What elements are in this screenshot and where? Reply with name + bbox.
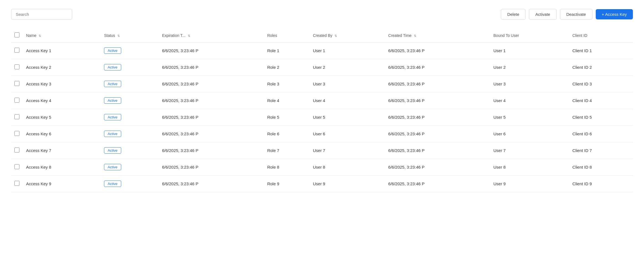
cell-status: Active: [101, 109, 159, 126]
cell-name: Access Key 2: [23, 59, 101, 76]
page-container: Delete Activate Deactivate + Access Key …: [0, 0, 644, 201]
column-header-status[interactable]: Status ⇅: [101, 29, 159, 42]
row-checkbox-cell[interactable]: [11, 126, 23, 142]
add-access-key-button[interactable]: + Access Key: [596, 9, 633, 19]
row-checkbox-6[interactable]: [14, 131, 19, 136]
table-row: Access Key 1Active6/6/2025, 3:23:46 PRol…: [11, 42, 633, 59]
cell-bound-to-user: User 1: [490, 42, 569, 59]
cell-client-id: Client ID 5: [569, 109, 633, 126]
cell-client-id: Client ID 7: [569, 142, 633, 159]
cell-expiration: 6/6/2025, 3:23:46 P: [159, 109, 264, 126]
row-checkbox-cell[interactable]: [11, 109, 23, 126]
cell-expiration: 6/6/2025, 3:23:46 P: [159, 176, 264, 192]
cell-roles: Role 8: [264, 159, 310, 176]
sort-icon-created-by: ⇅: [334, 34, 337, 38]
cell-client-id: Client ID 3: [569, 76, 633, 92]
cell-created-by: User 7: [310, 142, 385, 159]
cell-roles: Role 1: [264, 42, 310, 59]
sort-icon-name: ⇅: [39, 34, 41, 38]
deactivate-button[interactable]: Deactivate: [560, 9, 592, 20]
activate-button[interactable]: Activate: [529, 9, 556, 20]
column-header-created-time[interactable]: Created Time ⇅: [385, 29, 490, 42]
table-body: Access Key 1Active6/6/2025, 3:23:46 PRol…: [11, 42, 633, 192]
status-badge: Active: [104, 181, 121, 187]
row-checkbox-7[interactable]: [14, 148, 19, 153]
column-header-created-by[interactable]: Created By ⇅: [310, 29, 385, 42]
status-badge: Active: [104, 64, 121, 70]
table-row: Access Key 8Active6/6/2025, 3:23:46 PRol…: [11, 159, 633, 176]
cell-created-by: User 9: [310, 176, 385, 192]
row-checkbox-2[interactable]: [14, 64, 19, 69]
access-keys-table: Name ⇅ Status ⇅ Expiration T... ⇅ Roles …: [11, 29, 633, 192]
column-header-expiration[interactable]: Expiration T... ⇅: [159, 29, 264, 42]
select-all-cell[interactable]: [11, 29, 23, 42]
row-checkbox-5[interactable]: [14, 114, 19, 119]
row-checkbox-1[interactable]: [14, 48, 19, 53]
cell-created-time: 6/6/2025, 3:23:46 P: [385, 42, 490, 59]
column-header-client-id: Client ID: [569, 29, 633, 42]
cell-client-id: Client ID 6: [569, 126, 633, 142]
cell-created-time: 6/6/2025, 3:23:46 P: [385, 59, 490, 76]
status-badge: Active: [104, 81, 121, 87]
cell-bound-to-user: User 6: [490, 126, 569, 142]
cell-roles: Role 3: [264, 76, 310, 92]
cell-status: Active: [101, 42, 159, 59]
cell-created-by: User 8: [310, 159, 385, 176]
status-badge: Active: [104, 97, 121, 104]
cell-client-id: Client ID 4: [569, 92, 633, 109]
cell-roles: Role 2: [264, 59, 310, 76]
cell-created-by: User 5: [310, 109, 385, 126]
table-header-row: Name ⇅ Status ⇅ Expiration T... ⇅ Roles …: [11, 29, 633, 42]
status-badge: Active: [104, 147, 121, 154]
cell-created-time: 6/6/2025, 3:23:46 P: [385, 109, 490, 126]
cell-name: Access Key 8: [23, 159, 101, 176]
status-badge: Active: [104, 114, 121, 120]
cell-name: Access Key 4: [23, 92, 101, 109]
sort-icon-status: ⇅: [117, 34, 120, 38]
cell-created-by: User 4: [310, 92, 385, 109]
cell-created-time: 6/6/2025, 3:23:46 P: [385, 76, 490, 92]
row-checkbox-cell[interactable]: [11, 59, 23, 76]
cell-status: Active: [101, 142, 159, 159]
row-checkbox-8[interactable]: [14, 164, 19, 169]
row-checkbox-cell[interactable]: [11, 76, 23, 92]
cell-created-time: 6/6/2025, 3:23:46 P: [385, 92, 490, 109]
row-checkbox-cell[interactable]: [11, 92, 23, 109]
row-checkbox-3[interactable]: [14, 81, 19, 86]
table-row: Access Key 9Active6/6/2025, 3:23:46 PRol…: [11, 176, 633, 192]
row-checkbox-cell[interactable]: [11, 142, 23, 159]
row-checkbox-cell[interactable]: [11, 42, 23, 59]
cell-client-id: Client ID 8: [569, 159, 633, 176]
select-all-checkbox[interactable]: [14, 32, 19, 37]
row-checkbox-cell[interactable]: [11, 159, 23, 176]
cell-status: Active: [101, 176, 159, 192]
search-input[interactable]: [11, 9, 72, 20]
row-checkbox-4[interactable]: [14, 98, 19, 103]
cell-roles: Role 4: [264, 92, 310, 109]
cell-status: Active: [101, 59, 159, 76]
cell-name: Access Key 5: [23, 109, 101, 126]
cell-client-id: Client ID 9: [569, 176, 633, 192]
row-checkbox-9[interactable]: [14, 181, 19, 186]
cell-created-time: 6/6/2025, 3:23:46 P: [385, 159, 490, 176]
cell-roles: Role 7: [264, 142, 310, 159]
table-row: Access Key 5Active6/6/2025, 3:23:46 PRol…: [11, 109, 633, 126]
cell-expiration: 6/6/2025, 3:23:46 P: [159, 92, 264, 109]
cell-name: Access Key 9: [23, 176, 101, 192]
cell-expiration: 6/6/2025, 3:23:46 P: [159, 59, 264, 76]
column-header-name[interactable]: Name ⇅: [23, 29, 101, 42]
cell-expiration: 6/6/2025, 3:23:46 P: [159, 42, 264, 59]
delete-button[interactable]: Delete: [501, 9, 526, 20]
sort-icon-expiration: ⇅: [188, 34, 190, 38]
table-row: Access Key 4Active6/6/2025, 3:23:46 PRol…: [11, 92, 633, 109]
table-row: Access Key 3Active6/6/2025, 3:23:46 PRol…: [11, 76, 633, 92]
cell-created-by: User 2: [310, 59, 385, 76]
toolbar-actions: Delete Activate Deactivate + Access Key: [501, 9, 633, 20]
table-header: Name ⇅ Status ⇅ Expiration T... ⇅ Roles …: [11, 29, 633, 42]
cell-expiration: 6/6/2025, 3:23:46 P: [159, 126, 264, 142]
cell-name: Access Key 3: [23, 76, 101, 92]
row-checkbox-cell[interactable]: [11, 176, 23, 192]
cell-roles: Role 5: [264, 109, 310, 126]
cell-created-time: 6/6/2025, 3:23:46 P: [385, 176, 490, 192]
status-badge: Active: [104, 131, 121, 137]
